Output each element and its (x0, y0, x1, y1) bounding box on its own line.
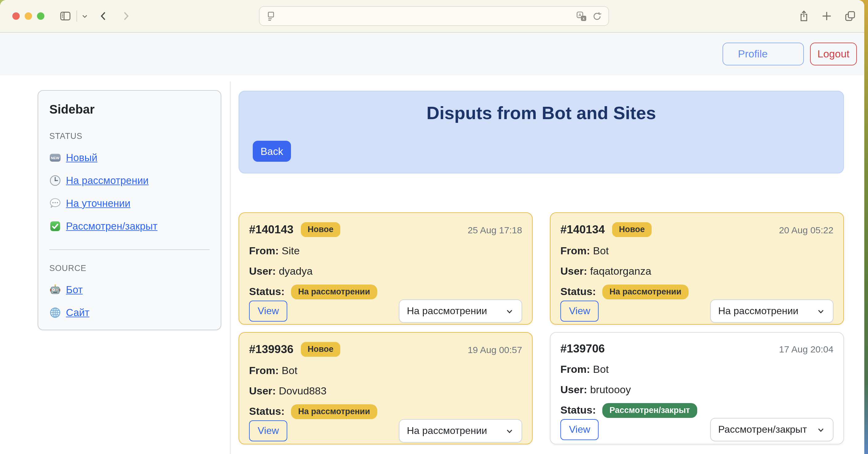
dispute-datetime: 20 Aug 05:22 (779, 224, 834, 235)
from-row: From: Site (249, 245, 522, 257)
logout-button[interactable]: Logout (810, 42, 857, 65)
status-select[interactable]: На рассмотрении (399, 300, 522, 323)
sidebar: Sidebar STATUS NEWНовыйНа рассмотренииНа… (38, 90, 221, 330)
view-button[interactable]: View (249, 301, 287, 321)
status-label: Status: (560, 286, 596, 298)
app-header: Profile Logout (0, 33, 864, 75)
user-value: Dovud883 (279, 385, 327, 397)
user-label: User: (560, 384, 587, 396)
card-header: #140143 Новое 25 Aug 17:18 (249, 222, 522, 237)
status-badge: На рассмотрении (602, 285, 689, 300)
speech-balloon-icon (49, 198, 61, 209)
sidebar-link-на-уточнении[interactable]: На уточнении (49, 197, 210, 209)
dispute-card: #139706 17 Aug 20:04 From: Bot User: bru… (550, 332, 844, 445)
check-mark-icon (49, 220, 61, 232)
sidebar-link-сайт[interactable]: Сайт (49, 306, 210, 318)
status-links: NEWНовыйНа рассмотренииНа уточненииРассм… (49, 151, 210, 232)
card-header: #140134 Новое 20 Aug 05:22 (560, 222, 834, 237)
status-label: Status: (249, 405, 284, 418)
from-value: Site (282, 245, 300, 257)
status-row: Status:На рассмотрении (560, 285, 834, 300)
page-title: Disputs from Bot and Sites (253, 103, 830, 123)
status-select-value: На рассмотрении (718, 306, 798, 317)
browser-toolbar: A x (0, 0, 864, 33)
from-label: From: (560, 245, 590, 257)
chevron-down-icon (816, 425, 826, 434)
page-content: Sidebar STATUS NEWНовыйНа рассмотренииНа… (0, 75, 864, 454)
user-value: faqatorganza (590, 265, 651, 277)
main-column: Disputs from Bot and Sites Back #140143 … (239, 91, 844, 445)
sidebar-link-новый[interactable]: NEWНовый (49, 151, 210, 164)
dispute-id: #139936 (249, 343, 293, 356)
zoom-window-button[interactable] (37, 12, 44, 20)
screen: A x (0, 0, 868, 454)
reader-mode-icon[interactable] (266, 11, 276, 21)
sidebar-toggle-icon[interactable] (59, 10, 71, 22)
dispute-datetime: 19 Aug 00:57 (468, 344, 522, 354)
from-label: From: (560, 364, 590, 375)
share-icon[interactable] (798, 10, 810, 22)
view-button[interactable]: View (249, 420, 287, 441)
disputes-grid: #140143 Новое 25 Aug 17:18 From: Site Us… (239, 212, 844, 445)
chevron-down-icon[interactable] (81, 12, 89, 20)
profile-button[interactable]: Profile (722, 42, 804, 65)
from-row: From: Bot (249, 365, 522, 377)
tab-overview-icon[interactable] (844, 10, 856, 22)
status-section-heading: STATUS (49, 132, 210, 141)
user-row: User: Dovud883 (249, 385, 522, 398)
user-label: User: (560, 265, 587, 277)
forward-icon[interactable] (120, 10, 132, 22)
window-controls (12, 12, 44, 20)
new-badge: Новое (301, 222, 340, 237)
new-icon: NEW (49, 152, 61, 164)
card-actions: View На рассмотрении (560, 300, 834, 323)
back-icon[interactable] (97, 10, 110, 22)
robot-icon (49, 284, 61, 296)
svg-text:x: x (583, 16, 585, 20)
sidebar-link-бот[interactable]: Бот (49, 283, 210, 296)
page-header-panel: Disputs from Bot and Sites Back (239, 91, 844, 173)
status-select-value: На рассмотрении (407, 425, 487, 436)
back-button[interactable]: Back (253, 141, 291, 162)
sidebar-title: Sidebar (49, 102, 210, 117)
from-value: Bot (593, 245, 609, 257)
status-row: Status:На рассмотрении (249, 404, 522, 419)
sidebar-link-рассмотрен-закрыт[interactable]: Рассмотрен/закрыт (49, 220, 210, 232)
dispute-card: #139936 Новое 19 Aug 00:57 From: Bot Use… (239, 332, 533, 445)
close-window-button[interactable] (12, 12, 20, 20)
translate-icon[interactable]: A x (577, 11, 587, 21)
chevron-down-icon (505, 307, 514, 316)
from-label: From: (249, 365, 279, 376)
status-select-value: На рассмотрении (407, 306, 487, 317)
dispute-id: #139706 (560, 342, 605, 356)
new-tab-icon[interactable] (820, 10, 833, 22)
browser-window: A x (0, 0, 864, 454)
clock-icon (49, 175, 61, 187)
dispute-datetime: 17 Aug 20:04 (779, 343, 834, 354)
new-badge: Новое (301, 342, 340, 357)
view-button[interactable]: View (560, 419, 599, 440)
user-row: User: faqatorganza (560, 265, 834, 278)
view-button[interactable]: View (560, 301, 599, 321)
dispute-id: #140143 (249, 223, 293, 236)
dispute-id: #140134 (560, 223, 605, 236)
from-value: Bot (593, 364, 609, 375)
status-badge: На рассмотрении (291, 404, 377, 419)
status-label: Status: (249, 286, 284, 298)
from-row: From: Bot (560, 364, 834, 376)
column-divider (230, 82, 230, 454)
from-value: Bot (282, 365, 298, 376)
status-badge: На рассмотрении (291, 285, 377, 300)
toolbar-divider (76, 10, 77, 22)
status-select[interactable]: Рассмотрен/закрыт (710, 418, 834, 441)
status-select[interactable]: На рассмотрении (399, 419, 522, 443)
sidebar-link-на-рассмотрении[interactable]: На рассмотрении (49, 174, 210, 187)
reload-icon[interactable] (592, 11, 602, 21)
source-section-heading: SOURCE (49, 263, 210, 273)
minimize-window-button[interactable] (25, 12, 32, 20)
status-select-value: Рассмотрен/закрыт (718, 424, 807, 435)
svg-text:A: A (579, 12, 581, 17)
status-select[interactable]: На рассмотрении (710, 300, 834, 323)
address-bar[interactable]: A x (259, 6, 609, 26)
new-badge: Новое (612, 222, 652, 237)
